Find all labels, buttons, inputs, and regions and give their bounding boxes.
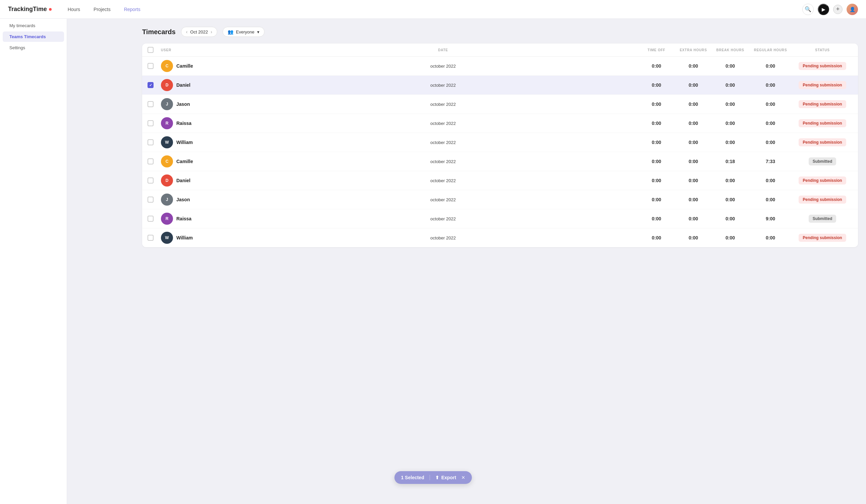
filter-label: Everyone <box>236 30 254 34</box>
nav-reports[interactable]: Reports <box>121 5 143 13</box>
user-avatar[interactable]: 👤 <box>846 4 858 15</box>
extra-hours-cell: 0:00 <box>675 235 712 240</box>
add-button[interactable]: + <box>833 5 843 14</box>
table-row: W William october 2022 0:00 0:00 0:00 0:… <box>142 228 858 247</box>
status-cell: Pending submission <box>792 100 853 108</box>
user-name: Raissa <box>176 216 191 221</box>
table-row: J Jason october 2022 0:00 0:00 0:00 0:00… <box>142 95 858 114</box>
select-all-checkbox[interactable] <box>147 47 161 53</box>
time-off-cell: 0:00 <box>638 82 675 88</box>
regular-hours-cell: 0:00 <box>749 102 792 107</box>
nav-hours[interactable]: Hours <box>65 5 83 13</box>
regular-hours-cell: 9:00 <box>749 216 792 221</box>
table-row: R Raissa october 2022 0:00 0:00 0:00 0:0… <box>142 114 858 133</box>
close-selection-button[interactable]: × <box>462 474 465 481</box>
row-checkbox-input[interactable] <box>147 63 154 69</box>
avatar: C <box>161 60 173 72</box>
user-name: Camille <box>176 159 193 164</box>
user-cell: R Raissa <box>161 213 248 225</box>
extra-hours-cell: 0:00 <box>675 197 712 202</box>
main-content: Timecards ‹ Oct 2022 › 👥 Everyone ▾ USER… <box>134 19 866 504</box>
plus-icon: + <box>836 6 840 13</box>
row-checkbox[interactable] <box>147 235 161 241</box>
row-checkbox-input[interactable] <box>147 197 154 203</box>
table-body: C Camille october 2022 0:00 0:00 0:00 0:… <box>142 57 858 247</box>
date-cell: october 2022 <box>248 159 638 164</box>
user-cell: W William <box>161 232 248 244</box>
timecards-header: Timecards ‹ Oct 2022 › 👥 Everyone ▾ <box>142 27 858 37</box>
user-cell: C Camille <box>161 156 248 168</box>
status-badge: Pending submission <box>799 176 846 184</box>
export-label: Export <box>441 475 456 480</box>
status-badge: Pending submission <box>799 100 846 108</box>
sidebar: TIMECARDS My timecards Teams Timecards S… <box>0 0 67 504</box>
next-month-button[interactable]: › <box>211 29 212 34</box>
row-checkbox-input[interactable] <box>147 139 154 145</box>
row-checkbox-input[interactable] <box>147 101 154 107</box>
page-title: Timecards <box>142 28 176 36</box>
row-checkbox[interactable] <box>147 139 161 145</box>
status-cell: Pending submission <box>792 234 853 242</box>
break-hours-cell: 0:00 <box>712 102 749 107</box>
regular-hours-cell: 0:00 <box>749 82 792 88</box>
row-checkbox[interactable] <box>147 120 161 126</box>
row-checkbox-input[interactable] <box>147 216 154 222</box>
status-cell: Pending submission <box>792 138 853 146</box>
break-hours-cell: 0:18 <box>712 159 749 164</box>
sidebar-item-teams-timecards[interactable]: Teams Timecards <box>3 32 64 42</box>
break-hours-cell: 0:00 <box>712 178 749 183</box>
row-checkbox[interactable] <box>147 197 161 203</box>
header-checkbox[interactable] <box>147 47 154 53</box>
break-hours-cell: 0:00 <box>712 63 749 69</box>
nav-right-actions: 🔍 ▶ + 👤 <box>802 4 858 15</box>
status-badge: Pending submission <box>799 62 846 70</box>
status-cell: Submitted <box>792 215 853 223</box>
row-checkbox[interactable] <box>147 158 161 164</box>
row-checkbox-input[interactable] <box>147 82 154 88</box>
table-header: USER DATE TIME OFF EXTRA HOURS BREAK HOU… <box>142 44 858 57</box>
row-checkbox-input[interactable] <box>147 177 154 184</box>
row-checkbox[interactable] <box>147 177 161 184</box>
user-cell: C Camille <box>161 60 248 72</box>
col-break-hours: BREAK HOURS <box>712 48 749 52</box>
break-hours-cell: 0:00 <box>712 216 749 221</box>
table-row: D Daniel october 2022 0:00 0:00 0:00 0:0… <box>142 76 858 95</box>
month-navigator[interactable]: ‹ Oct 2022 › <box>181 27 217 37</box>
logo-text: TrackingTime <box>8 6 47 13</box>
user-cell: D Daniel <box>161 79 248 91</box>
avatar: J <box>161 98 173 110</box>
status-cell: Submitted <box>792 157 853 165</box>
play-timer-button[interactable]: ▶ <box>818 4 829 15</box>
user-name: Daniel <box>176 178 190 183</box>
row-checkbox[interactable] <box>147 216 161 222</box>
status-badge: Pending submission <box>799 196 846 204</box>
sidebar-item-my-timecards[interactable]: My timecards <box>3 21 64 31</box>
search-icon: 🔍 <box>804 6 811 12</box>
time-off-cell: 0:00 <box>638 140 675 145</box>
user-filter[interactable]: 👥 Everyone ▾ <box>223 27 265 37</box>
row-checkbox[interactable] <box>147 63 161 69</box>
row-checkbox-input[interactable] <box>147 158 154 164</box>
filter-icon: 👥 <box>227 29 233 34</box>
search-button[interactable]: 🔍 <box>802 4 814 15</box>
col-regular-hours: REGULAR HOURS <box>749 48 792 52</box>
col-date: DATE <box>248 48 638 52</box>
nav-projects[interactable]: Projects <box>91 5 113 13</box>
extra-hours-cell: 0:00 <box>675 216 712 221</box>
app-logo[interactable]: TrackingTime <box>8 6 52 13</box>
user-name: William <box>176 140 193 145</box>
status-cell: Pending submission <box>792 119 853 127</box>
export-button[interactable]: ⬆ Export <box>435 475 456 480</box>
sidebar-item-settings[interactable]: Settings <box>3 43 64 53</box>
prev-month-button[interactable]: ‹ <box>186 29 188 34</box>
extra-hours-cell: 0:00 <box>675 178 712 183</box>
date-cell: october 2022 <box>248 197 638 202</box>
date-cell: october 2022 <box>248 83 638 88</box>
row-checkbox-input[interactable] <box>147 235 154 241</box>
row-checkbox[interactable] <box>147 82 161 88</box>
date-cell: october 2022 <box>248 102 638 107</box>
col-user: USER <box>161 48 248 52</box>
user-name: Jason <box>176 197 190 202</box>
row-checkbox[interactable] <box>147 101 161 107</box>
row-checkbox-input[interactable] <box>147 120 154 126</box>
